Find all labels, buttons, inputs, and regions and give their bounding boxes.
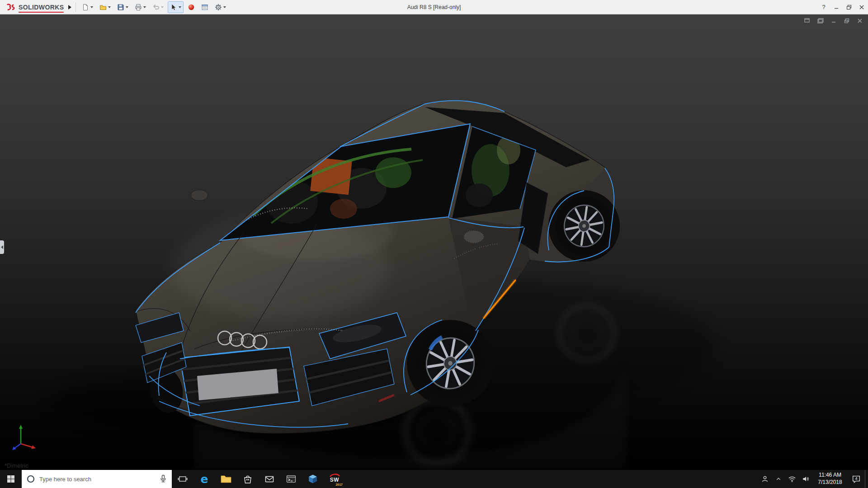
featuremanager-collapsed-tab[interactable] (0, 240, 4, 254)
dropdown-caret-icon (161, 6, 164, 8)
chevron-up-icon (774, 475, 783, 483)
new-document-button[interactable] (80, 1, 95, 13)
notification-badge: 4 (855, 476, 857, 481)
document-close-button[interactable] (855, 17, 864, 25)
clock-time: 11:46 AM (812, 472, 848, 479)
taskbar-search[interactable] (22, 470, 172, 488)
view-orientation-label: *Dimetric (5, 462, 28, 469)
undo-arrow-icon (152, 4, 160, 11)
titlebar: SOLIDWORKS (0, 0, 868, 14)
graphics-area[interactable]: *Dimetric (0, 14, 868, 470)
car-3d-model[interactable] (50, 100, 714, 470)
wifi-icon (788, 474, 797, 483)
print-button[interactable] (132, 1, 148, 13)
taskbar-mail-button[interactable] (259, 470, 280, 488)
dassault-3ds-logo-icon (5, 3, 16, 11)
taskbar: e (0, 470, 868, 488)
show-desktop-button[interactable] (865, 470, 868, 488)
taskbar-console-button[interactable] (280, 470, 302, 488)
orientation-triad (7, 420, 40, 455)
menu-flyout-arrow[interactable] (66, 1, 74, 13)
options-gear-icon (215, 4, 222, 11)
solidworks-icon-label: SW (330, 477, 339, 483)
maximize-button[interactable] (843, 0, 855, 14)
solidworks-brand: SOLIDWORKS (0, 0, 66, 14)
file-explorer-icon (220, 474, 232, 484)
cortana-icon (26, 474, 35, 483)
minimize-button[interactable] (830, 0, 843, 14)
toolbar-divider (75, 3, 76, 12)
appearances-sphere-icon (188, 4, 195, 11)
volume-icon (801, 474, 810, 483)
document-restore-button[interactable] (842, 17, 851, 25)
minimize-icon (834, 5, 839, 10)
windows-start-icon (7, 475, 15, 483)
people-icon (760, 474, 769, 483)
task-view-button[interactable] (172, 470, 193, 488)
network-button[interactable] (785, 470, 799, 488)
flyout-arrow-icon (68, 5, 71, 9)
open-button[interactable] (97, 1, 113, 13)
dropdown-caret-icon (223, 6, 226, 8)
taskbar-clock[interactable]: 11:46 AM 7/13/2018 (812, 472, 848, 486)
file-properties-icon (201, 4, 208, 11)
dropdown-caret-icon (126, 6, 128, 8)
clock-date: 7/13/2018 (812, 479, 848, 486)
dropdown-caret-icon (179, 6, 181, 8)
window-title: Audi R8 S [Read-only] (407, 0, 461, 14)
document-minimize-button[interactable] (829, 17, 838, 25)
dropdown-caret-icon (108, 6, 111, 8)
print-icon (135, 4, 142, 11)
options-button[interactable] (212, 1, 228, 13)
quick-access-toolbar (80, 1, 228, 13)
side-mirror-left[interactable] (191, 190, 208, 209)
undo-button[interactable] (150, 1, 166, 13)
close-icon (859, 5, 864, 10)
maximize-icon (846, 5, 852, 10)
save-button[interactable] (115, 1, 131, 13)
dropdown-caret-icon (143, 6, 146, 8)
brand-underline (19, 12, 64, 13)
taskbar-solidworks-button[interactable]: SW 2017 (324, 470, 345, 488)
child-window-icon (804, 18, 811, 24)
close-button[interactable] (855, 0, 868, 14)
select-tool-button[interactable] (168, 1, 184, 13)
save-floppy-icon (117, 4, 124, 11)
triad-icon (7, 420, 40, 453)
select-cursor-icon (170, 4, 177, 11)
child-window-button-1[interactable] (803, 17, 812, 25)
dropdown-caret-icon (90, 6, 93, 8)
show-hidden-icons-button[interactable] (772, 470, 785, 488)
screen: SOLIDWORKS (0, 0, 868, 488)
file-properties-button[interactable] (199, 1, 211, 13)
model-canvas[interactable] (0, 14, 868, 470)
child-window-button-2[interactable] (816, 17, 825, 25)
new-document-icon (82, 4, 89, 11)
brand-text: SOLIDWORKS (19, 4, 64, 11)
appearances-button[interactable] (185, 1, 197, 13)
doc-minimize-icon (830, 18, 837, 24)
task-view-icon (177, 474, 188, 484)
people-button[interactable] (758, 470, 772, 488)
taskbar-store-button[interactable] (237, 470, 259, 488)
doc-close-icon (857, 18, 863, 24)
doc-restore-icon (844, 18, 850, 24)
search-input[interactable] (39, 476, 155, 483)
blue-cube-icon (307, 474, 318, 484)
open-folder-icon (99, 4, 107, 11)
expand-arrow-icon (1, 245, 3, 249)
help-button[interactable]: ? (817, 0, 830, 14)
mail-envelope-icon (264, 474, 275, 484)
volume-button[interactable] (799, 470, 812, 488)
system-tray: 11:46 AM 7/13/2018 4 (758, 470, 868, 488)
solidworks-icon-year: 2017 (335, 483, 343, 486)
microphone-icon[interactable] (159, 474, 167, 483)
taskbar-edrawings-button[interactable] (302, 470, 324, 488)
command-window-icon (286, 474, 297, 484)
window-controls: ? (817, 0, 868, 14)
action-center-button[interactable]: 4 (848, 470, 865, 488)
edge-icon: e (201, 474, 208, 485)
taskbar-file-explorer-button[interactable] (215, 470, 237, 488)
start-button[interactable] (0, 470, 22, 488)
taskbar-edge-button[interactable]: e (193, 470, 215, 488)
